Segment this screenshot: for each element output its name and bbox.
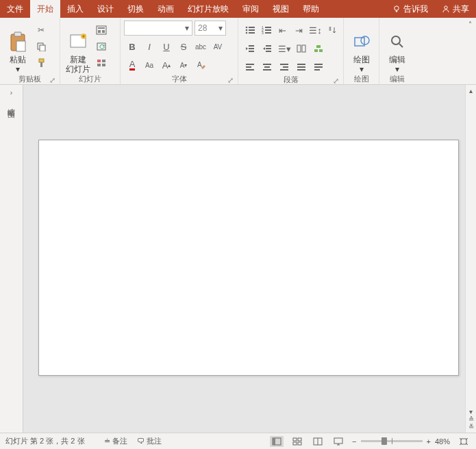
zoom-percent[interactable]: 48% xyxy=(435,437,450,446)
slide[interactable] xyxy=(38,140,459,376)
editing-button[interactable]: 编辑▾ xyxy=(383,21,412,74)
share[interactable]: 共享 xyxy=(435,0,476,18)
svg-point-62 xyxy=(361,36,369,44)
svg-rect-43 xyxy=(316,45,321,48)
indent-decrease-button[interactable]: ⇤ xyxy=(275,23,290,38)
align-right-button[interactable] xyxy=(276,60,292,75)
underline-button[interactable]: U xyxy=(158,39,175,54)
expand-thumbnails-button[interactable]: › xyxy=(10,89,12,97)
tab-animations[interactable]: 动画 xyxy=(151,0,181,18)
shrink-font-button[interactable]: A▾ xyxy=(175,57,192,73)
clipboard-launcher[interactable]: ⤢ xyxy=(48,76,56,84)
scroll-down-icon[interactable]: ▾ xyxy=(469,408,473,415)
decrease-indent-button[interactable] xyxy=(242,41,258,56)
drawing-button[interactable]: 绘图▾ xyxy=(347,21,375,74)
slideshow-view-button[interactable] xyxy=(331,436,345,447)
bullets-button[interactable] xyxy=(242,23,258,38)
numbering-button[interactable]: 123 xyxy=(258,23,274,38)
svg-rect-33 xyxy=(265,32,271,34)
char-spacing-button[interactable]: AV xyxy=(210,39,226,54)
tab-insert[interactable]: 插入 xyxy=(60,0,90,18)
font-name-combo[interactable]: ▾ xyxy=(124,21,192,36)
svg-rect-27 xyxy=(249,32,255,34)
tab-help[interactable]: 帮助 xyxy=(296,0,326,18)
font-size-combo[interactable]: 28▾ xyxy=(195,21,226,36)
indent-increase-button[interactable]: ⇥ xyxy=(291,23,307,38)
layout-button[interactable] xyxy=(94,23,109,37)
svg-rect-47 xyxy=(246,66,251,68)
thumbnail-pane: › 缩略图 xyxy=(0,85,23,433)
zoom-slider[interactable] xyxy=(361,440,423,442)
svg-rect-41 xyxy=(297,45,301,52)
strike-button[interactable]: S xyxy=(175,39,192,54)
align-center-button[interactable] xyxy=(259,60,275,75)
cut-button[interactable]: ✂ xyxy=(34,23,49,37)
reading-view-button[interactable] xyxy=(311,436,325,447)
tab-review[interactable]: 审阅 xyxy=(236,0,266,18)
tab-view[interactable]: 视图 xyxy=(266,0,296,18)
italic-button[interactable]: I xyxy=(141,39,158,54)
smartart-button[interactable] xyxy=(310,41,327,56)
text-direction-button[interactable]: Ⅱ xyxy=(324,23,340,38)
normal-view-icon xyxy=(272,437,281,446)
tab-home[interactable]: 开始 xyxy=(30,0,60,18)
sorter-view-button[interactable] xyxy=(290,436,304,447)
svg-rect-18 xyxy=(97,64,101,66)
font-launcher[interactable]: ⤢ xyxy=(226,76,234,84)
svg-rect-39 xyxy=(266,48,271,49)
next-slide-icon[interactable]: ≚ xyxy=(468,423,474,431)
notes-button[interactable]: ≐ 备注 xyxy=(104,436,127,446)
slide-canvas-area[interactable]: ▴ ▾ ≙ ≚ xyxy=(23,85,476,433)
clear-format-button[interactable]: A xyxy=(192,57,209,73)
paste-button[interactable]: 粘贴▾ xyxy=(3,21,32,74)
normal-view-button[interactable] xyxy=(270,436,284,447)
svg-rect-54 xyxy=(280,69,288,70)
columns-button[interactable] xyxy=(293,41,310,56)
reset-icon xyxy=(96,42,107,51)
svg-rect-57 xyxy=(297,69,305,70)
zoom-in-button[interactable]: + xyxy=(427,437,431,446)
comments-button[interactable]: 🗨 批注 xyxy=(137,436,162,446)
tab-transitions[interactable]: 切换 xyxy=(121,0,151,18)
new-slide-button[interactable]: 新建 幻灯片 xyxy=(64,21,92,74)
align-distribute-button[interactable] xyxy=(310,60,327,75)
collapse-ribbon-button[interactable]: ˄ xyxy=(468,21,472,28)
tell-me[interactable]: 告诉我 xyxy=(386,0,435,18)
group-drawing-label: 绘图 xyxy=(354,74,369,84)
align-justify-button[interactable] xyxy=(293,60,310,75)
reset-button[interactable] xyxy=(94,40,109,53)
zoom-out-button[interactable]: − xyxy=(352,437,356,446)
vertical-scrollbar[interactable]: ▴ ▾ ≙ ≚ xyxy=(465,85,476,433)
section-button[interactable] xyxy=(94,56,109,70)
align-vertical-button[interactable]: ☰▾ xyxy=(276,41,292,56)
para-launcher[interactable]: ⤢ xyxy=(331,77,340,85)
section-icon xyxy=(96,58,107,68)
svg-rect-1 xyxy=(396,11,397,12)
scroll-up-icon[interactable]: ▴ xyxy=(469,87,473,94)
bold-button[interactable]: B xyxy=(124,39,140,54)
valign-icon: ☰▾ xyxy=(278,44,291,54)
svg-rect-49 xyxy=(263,64,271,65)
grow-font-button[interactable]: A▴ xyxy=(158,57,175,73)
shadow-button[interactable]: abc xyxy=(192,39,209,54)
svg-rect-71 xyxy=(334,438,342,444)
line-spacing-button[interactable]: ☰↕ xyxy=(308,23,323,38)
align-left-button[interactable] xyxy=(242,60,258,75)
tab-design[interactable]: 设计 xyxy=(90,0,121,18)
fit-window-button[interactable] xyxy=(457,436,471,447)
smartart-icon xyxy=(314,44,323,53)
change-case-button[interactable]: Aa xyxy=(141,57,158,73)
svg-point-24 xyxy=(245,29,247,31)
copy-icon xyxy=(36,42,46,51)
font-color-button[interactable]: A xyxy=(124,57,140,73)
increase-indent-button[interactable] xyxy=(259,41,275,56)
svg-rect-45 xyxy=(319,49,323,52)
drawing-label: 绘图▾ xyxy=(353,55,370,74)
chevron-down-icon: ▾ xyxy=(218,23,223,33)
fit-icon xyxy=(459,437,468,446)
format-painter-button[interactable] xyxy=(34,56,49,70)
prev-slide-icon[interactable]: ≙ xyxy=(468,415,474,423)
tab-file[interactable]: 文件 xyxy=(0,0,30,18)
tab-slideshow[interactable]: 幻灯片放映 xyxy=(181,0,236,18)
copy-button[interactable] xyxy=(34,40,49,53)
